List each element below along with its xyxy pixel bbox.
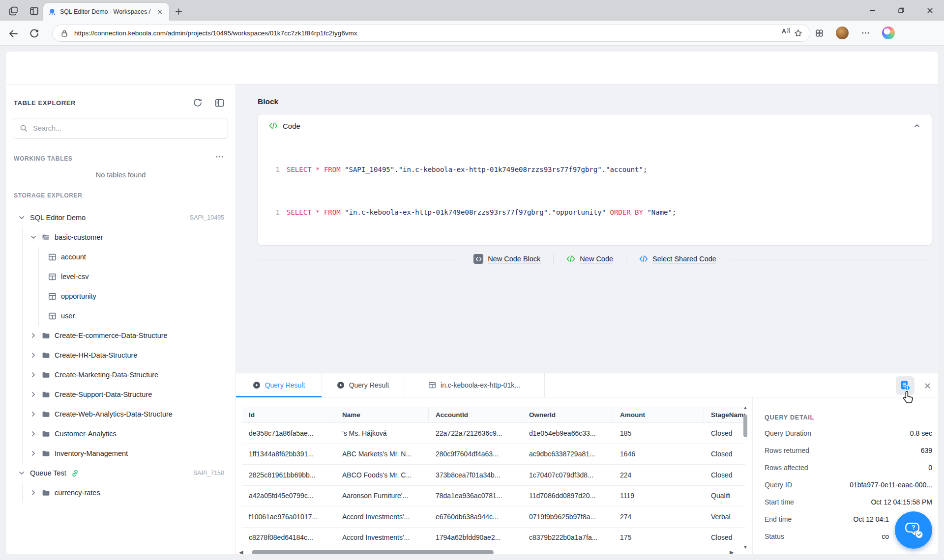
chevron-down-icon[interactable] [18,469,26,477]
tree-item-level-csv[interactable]: level-csv [6,267,236,286]
table-row[interactable]: c8278f08ed64184c...Accord Investments'..… [242,528,745,549]
column-header[interactable]: Amount [613,407,704,422]
tab-query-result-1[interactable]: Query Result [236,373,322,397]
refresh-icon[interactable] [192,97,203,108]
tree-label: Create-Support-Data-Structure [55,391,152,398]
new-code-link[interactable]: New Code [566,254,613,263]
tree-item-currency-rates[interactable]: currency-rates [6,483,236,503]
window-minimize-button[interactable] [858,0,887,21]
table-icon [48,292,57,301]
chevron-down-icon[interactable] [18,214,26,222]
select-shared-code-link[interactable]: Select Shared Code [639,254,716,263]
chevron-right-icon[interactable] [30,410,37,418]
scroll-right-icon[interactable]: ▶ [730,549,736,555]
horizontal-scroll-thumb[interactable] [252,550,494,555]
tab-close-icon[interactable] [155,7,164,16]
chevron-right-icon[interactable] [30,449,37,457]
folder-icon [42,371,50,379]
tree-item-basic-customer[interactable]: basic-customer [6,227,236,247]
favorites-star-icon[interactable] [792,28,804,39]
column-header[interactable]: StageName [704,407,745,422]
extensions-icon[interactable] [813,27,825,39]
chevron-right-icon[interactable] [30,391,37,398]
chevron-right-icon[interactable] [30,430,37,438]
address-bar[interactable]: https://connection.keboola.com/admin/pro… [52,25,810,42]
tab-table-preview[interactable]: in.c-keboola-ex-http-01k... [404,373,545,397]
sql-line-2[interactable]: 1 SELECT * FROM "in.c-keboola-ex-http-01… [258,207,932,217]
tree-item-queue-test[interactable]: Queue Test SAPI_7150 [6,463,236,483]
tree-label: level-csv [61,273,88,280]
url-text[interactable]: https://connection.keboola.com/admin/pro… [74,29,780,37]
tree-label: Create-E-commerce-Data-Structure [55,332,168,339]
tree-item-sql-editor-demo[interactable]: SQL Editor Demo SAPI_10495 [6,208,236,227]
table-row[interactable]: f10061ae976a01017...Accord Investments'.… [242,506,745,528]
column-header[interactable]: Id [242,407,335,422]
close-results-icon[interactable] [921,380,933,392]
browser-menu-icon[interactable] [859,27,871,39]
horizontal-scrollbar[interactable]: ◀ ▶ [239,549,736,554]
read-aloud-icon[interactable]: A [780,28,792,39]
table-row[interactable]: 2825c81961bb69bb...ABCO Foods's Mr. C...… [242,465,745,486]
chevron-down-icon[interactable] [30,233,37,241]
tree-item-create-web-analytics[interactable]: Create-Web-Analytics-Data-Structure [6,404,236,424]
tree-item-create-marketing[interactable]: Create-Marketing-Data-Structure [6,365,236,385]
tree-item-inventory-management[interactable]: Inventory-Management [6,444,236,463]
folder-icon [42,489,50,497]
lock-icon[interactable] [59,28,70,39]
tree-label: basic-customer [55,233,103,241]
tree-item-customer-analytics[interactable]: Customer-Analytics [6,424,236,444]
tree-item-account[interactable]: account [6,247,236,267]
browser-toolbar: https://connection.keboola.com/admin/pro… [0,21,944,46]
profile-avatar[interactable] [836,27,849,39]
tree-item-opportunity[interactable]: opportunity [6,286,236,306]
chat-help-icon [903,519,924,541]
column-header[interactable]: OwnerId [522,407,613,422]
sql-line-1[interactable]: 1 SELECT * FROM "SAPI_10495"."in.c-keboo… [258,165,932,174]
play-circle-icon [253,381,261,389]
new-tab-button[interactable] [173,6,184,17]
vertical-scroll-thumb[interactable] [743,415,747,437]
sql-editor[interactable]: 1 SELECT * FROM "SAPI_10495"."in.c-keboo… [258,137,932,217]
tree-item-create-ecommerce[interactable]: Create-E-commerce-Data-Structure [6,326,236,345]
working-tables-menu-icon[interactable] [215,155,224,158]
browser-tab[interactable]: SQL Editor Demo - Workspaces / [43,3,169,21]
search-input[interactable] [13,118,228,139]
chevron-right-icon[interactable] [30,351,37,359]
table-row[interactable]: de358c71a86fa5ae...'s Ms. Hájková22a722a… [242,423,745,444]
tab-stacks-icon[interactable] [7,4,20,17]
vertical-tabs-icon[interactable] [28,4,40,17]
scroll-up-icon[interactable]: ▲ [741,405,749,411]
chevron-right-icon[interactable] [30,489,37,497]
new-code-block-link[interactable]: New Code Block [473,254,540,264]
collapse-code-icon[interactable] [913,122,921,130]
column-header[interactable]: AccountId [429,407,522,422]
collapse-panel-icon[interactable] [214,97,225,108]
actions-separator [626,253,626,264]
reload-button[interactable] [28,27,40,40]
linked-bucket-icon [71,469,79,477]
chevron-right-icon[interactable] [30,371,37,379]
scroll-down-icon[interactable]: ▼ [741,544,749,550]
back-button[interactable] [7,27,20,40]
chevron-right-icon[interactable] [30,332,37,339]
table-row[interactable]: 1ff1344a8f62bb391...ABC Markets's Mr. N.… [242,444,745,465]
tree-label: Create-Marketing-Data-Structure [55,371,158,379]
scroll-left-icon[interactable]: ◀ [239,549,245,555]
results-panel: Query Result Query Result in.c-keboola-e… [236,373,938,554]
tree-item-create-support[interactable]: Create-Support-Data-Structure [6,385,236,404]
window-close-button[interactable] [915,0,944,21]
divider-line [729,259,932,259]
tree-item-create-hr[interactable]: Create-HR-Data-Structure [6,345,236,365]
column-header[interactable]: Name [335,407,429,422]
tree-label: Create-HR-Data-Structure [55,351,137,359]
table-row[interactable]: a42a05fd45e0799c...Aaronson Furniture'..… [242,486,745,507]
tab-query-result-2[interactable]: Query Result [322,373,404,397]
window-restore-button[interactable] [887,0,915,21]
play-circle-icon [337,381,345,389]
copilot-icon[interactable] [882,27,895,39]
folder-icon [42,351,50,360]
help-chat-button[interactable] [895,511,932,549]
line-number: 1 [272,207,280,217]
vertical-scrollbar[interactable]: ▲ ▼ [741,405,749,550]
tree-item-user[interactable]: user [6,306,236,326]
